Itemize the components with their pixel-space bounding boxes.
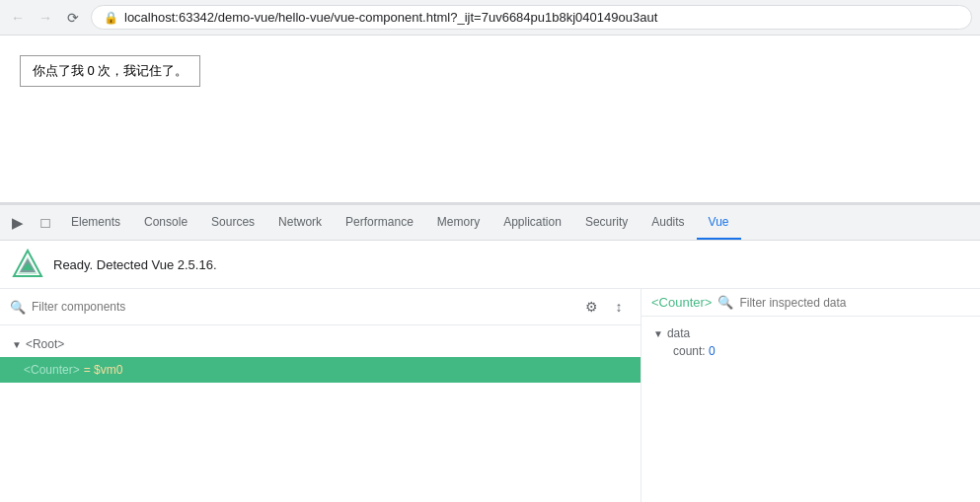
tab-console[interactable]: Console (132, 205, 199, 240)
vue-logo (12, 249, 43, 280)
click-counter-button[interactable]: 你点了我 0 次，我记住了。 (20, 55, 200, 87)
tree-arrow-icon: ▼ (12, 339, 22, 350)
data-section-label: data (667, 326, 690, 340)
devtools-tabs: Elements Console Sources Network Perform… (59, 205, 976, 240)
data-count-prop: count: 0 (653, 340, 968, 362)
sort-button[interactable]: ↕ (607, 295, 631, 319)
tab-performance[interactable]: Performance (334, 205, 425, 240)
tab-audits[interactable]: Audits (640, 205, 696, 240)
tab-elements[interactable]: Elements (59, 205, 132, 240)
tab-security[interactable]: Security (573, 205, 640, 240)
data-section: ▼ data (653, 326, 968, 340)
cursor-icon-button[interactable]: ▶ (4, 209, 32, 237)
data-inspector-panel: <Counter> 🔍 ▼ data count: 0 (641, 289, 980, 502)
count-key-label: count: (673, 344, 706, 358)
vue-header: Ready. Detected Vue 2.5.16. (0, 241, 980, 289)
vue-status-text: Ready. Detected Vue 2.5.16. (53, 257, 217, 272)
reload-button[interactable]: ⟳ (63, 8, 83, 28)
devtools-panel: ▶ □ Elements Console Sources Network Per… (0, 203, 980, 502)
tab-sources[interactable]: Sources (199, 205, 266, 240)
tab-network[interactable]: Network (266, 205, 334, 240)
component-tree-panel: 🔍 ⚙ ↕ ▼ <Root> <Counter> = $vm0 (0, 289, 641, 502)
forward-button[interactable]: → (36, 8, 55, 28)
right-filter-bar: <Counter> 🔍 (641, 289, 980, 317)
browser-toolbar: ← → ⟳ 🔒 localhost:63342/demo-vue/hello-v… (0, 0, 980, 36)
component-tree: ▼ <Root> <Counter> = $vm0 (0, 325, 641, 502)
tree-root-label: <Root> (26, 337, 64, 351)
filter-actions: ⚙ ↕ (579, 295, 631, 319)
counter-vm-label: = $vm0 (84, 363, 123, 377)
data-arrow-icon: ▼ (653, 328, 663, 339)
url-text: localhost:63342/demo-vue/hello-vue/vue-c… (124, 10, 657, 25)
devtools-split-panel: 🔍 ⚙ ↕ ▼ <Root> <Counter> = $vm0 (0, 289, 980, 502)
back-button[interactable]: ← (8, 8, 28, 28)
component-filter-bar: 🔍 ⚙ ↕ (0, 289, 641, 325)
selected-component-title: <Counter> (651, 295, 712, 310)
right-search-icon: 🔍 (717, 295, 733, 310)
data-inspector: ▼ data count: 0 (641, 317, 980, 372)
devtools-body: Ready. Detected Vue 2.5.16. 🔍 ⚙ ↕ ▼ <Ro (0, 241, 980, 502)
tab-application[interactable]: Application (491, 205, 573, 240)
inspector-filter-input[interactable] (739, 296, 970, 310)
devtools-toolbar: ▶ □ Elements Console Sources Network Per… (0, 205, 980, 241)
counter-tag-label: <Counter> (24, 363, 80, 377)
component-filter-input[interactable] (32, 300, 573, 314)
tab-memory[interactable]: Memory (425, 205, 491, 240)
page-content: 你点了我 0 次，我记住了。 (0, 36, 980, 203)
tab-vue[interactable]: Vue (697, 205, 741, 240)
inspect-icon-button[interactable]: □ (32, 209, 59, 237)
tree-root-item[interactable]: ▼ <Root> (0, 333, 641, 355)
lock-icon: 🔒 (104, 11, 118, 25)
address-bar[interactable]: 🔒 localhost:63342/demo-vue/hello-vue/vue… (91, 5, 972, 30)
filter-search-icon: 🔍 (10, 300, 26, 315)
tree-counter-item[interactable]: <Counter> = $vm0 (0, 357, 641, 383)
gear-button[interactable]: ⚙ (579, 295, 603, 319)
count-value-label: 0 (709, 344, 716, 358)
